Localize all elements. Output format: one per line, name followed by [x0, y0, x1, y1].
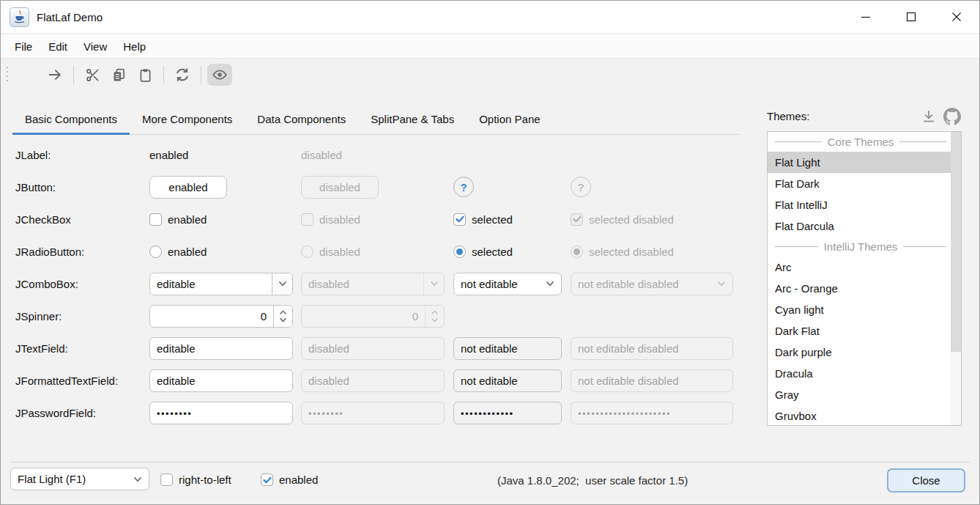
checkbox-disabled: disabled: [301, 213, 360, 226]
theme-item-dracula[interactable]: Dracula: [768, 363, 951, 384]
row-jcombobox: JComboBox: editable disabled not editabl…: [15, 268, 748, 300]
themes-list: Core Themes Flat Light Flat Dark Flat In…: [767, 131, 962, 426]
combobox-arrow-button[interactable]: [539, 273, 561, 295]
row-jradiobutton: JRadioButton: enabled disabled selected …: [15, 235, 748, 268]
java-version-info: (Java 1.8.0_202; user scale factor 1.5): [497, 474, 688, 487]
checkbox-label: disabled: [319, 213, 360, 226]
chevron-down-icon: [133, 476, 142, 482]
chevron-down-icon: [431, 317, 439, 322]
theme-item-flat-intellij[interactable]: Flat IntelliJ: [768, 194, 951, 215]
menu-edit[interactable]: Edit: [40, 37, 75, 56]
spinner-value[interactable]: 0: [150, 306, 273, 327]
copy-button[interactable]: [106, 64, 131, 86]
enabled-checkbox[interactable]: enabled: [261, 473, 318, 486]
checkbox-box[interactable]: [160, 473, 173, 486]
theme-item-cyan-light[interactable]: Cyan light: [768, 299, 951, 320]
row-jlabel: JLabel: enabled disabled: [15, 139, 748, 171]
chevron-down-icon: [546, 281, 554, 287]
laf-combobox-value[interactable]: Flat Light (F1): [11, 468, 127, 490]
theme-item-dark-flat[interactable]: Dark Flat: [768, 320, 951, 342]
basic-components-panel: JLabel: enabled disabled JButton: enable…: [15, 139, 748, 429]
combobox-disabled: disabled: [301, 273, 445, 295]
minimize-button[interactable]: [843, 1, 888, 33]
jformattedtextfield-label: JFormattedTextField:: [15, 364, 118, 397]
radio-label: selected disabled: [589, 246, 674, 258]
combobox-not-editable-disabled: not editable disabled: [571, 273, 733, 295]
tab-option-pane[interactable]: Option Pane: [467, 104, 552, 134]
checkbox-label: selected disabled: [589, 213, 674, 226]
jcombobox-label: JComboBox:: [15, 268, 78, 300]
close-window-button[interactable]: [934, 1, 979, 33]
tab-basic-components[interactable]: Basic Components: [12, 104, 130, 134]
forward-button[interactable]: [42, 64, 67, 86]
label-enabled: enabled: [149, 139, 188, 171]
toolbar-separator: [163, 66, 164, 84]
themes-scrollbar[interactable]: [951, 132, 961, 425]
theme-item-flat-dark[interactable]: Flat Dark: [768, 173, 951, 194]
checkbox-box-checked[interactable]: [453, 213, 466, 226]
checkbox-enabled[interactable]: enabled: [149, 213, 207, 226]
menu-view[interactable]: View: [75, 37, 115, 56]
eye-icon: [212, 67, 228, 83]
separator-line: [775, 246, 818, 247]
menu-help[interactable]: Help: [115, 37, 154, 56]
theme-item-gruvbox[interactable]: Gruvbox: [768, 405, 951, 426]
spinner-enabled[interactable]: 0: [149, 305, 293, 328]
download-icon: [921, 108, 937, 125]
github-button[interactable]: [943, 107, 962, 126]
radio-disabled: disabled: [301, 246, 360, 258]
refresh-button[interactable]: [170, 64, 195, 86]
theme-item-dark-purple[interactable]: Dark purple: [768, 342, 951, 363]
radio-label: disabled: [319, 246, 360, 258]
help-button[interactable]: ?: [453, 177, 474, 197]
toolbar-grip[interactable]: [6, 65, 9, 84]
spinner-buttons: [425, 306, 444, 327]
spinner-buttons[interactable]: [273, 306, 292, 327]
chevron-down-icon: [279, 317, 287, 322]
checkbox-box[interactable]: [149, 213, 162, 226]
paste-button[interactable]: [133, 64, 157, 86]
radio-enabled[interactable]: enabled: [149, 246, 207, 258]
theme-item-arc[interactable]: Arc: [768, 257, 951, 278]
radio-circle-selected[interactable]: [453, 246, 466, 258]
textfield-editable[interactable]: editable: [149, 337, 293, 360]
theme-item-gray[interactable]: Gray: [768, 384, 951, 405]
theme-item-flat-darcula[interactable]: Flat Darcula: [768, 215, 951, 237]
scrollbar-thumb[interactable]: [951, 132, 961, 352]
menu-file[interactable]: File: [7, 37, 40, 56]
radio-circle[interactable]: [149, 246, 162, 258]
combobox-not-editable[interactable]: not editable: [453, 273, 562, 295]
passwordfield-disabled: ••••••••: [301, 402, 445, 424]
themes-group-label: Core Themes: [828, 136, 894, 148]
checkbox-selected[interactable]: selected: [453, 213, 513, 226]
theme-item-arc-orange[interactable]: Arc - Orange: [768, 278, 951, 299]
combobox-editable[interactable]: editable: [149, 273, 293, 295]
tab-splitpane-tabs[interactable]: SplitPane & Tabs: [358, 104, 467, 134]
laf-combobox[interactable]: Flat Light (F1): [10, 468, 149, 490]
back-button[interactable]: [16, 64, 41, 86]
download-themes-button[interactable]: [919, 107, 938, 126]
window-controls: [843, 1, 979, 33]
right-to-left-checkbox[interactable]: right-to-left: [160, 473, 231, 486]
themes-group-separator: Core Themes: [768, 132, 951, 152]
formatted-textfield-editable[interactable]: editable: [149, 369, 293, 392]
enabled-button[interactable]: enabled: [149, 176, 227, 199]
themes-group-separator: IntelliJ Themes: [768, 237, 951, 257]
tabbed-pane: Basic Components More Components Data Co…: [12, 104, 740, 135]
checkbox-box-checked[interactable]: [261, 473, 273, 486]
tab-more-components[interactable]: More Components: [130, 104, 245, 134]
close-button[interactable]: Close: [887, 468, 965, 493]
combobox-value[interactable]: editable: [150, 273, 272, 295]
theme-item-flat-light[interactable]: Flat Light: [768, 152, 951, 173]
combobox-arrow-button[interactable]: [127, 468, 149, 490]
passwordfield-editable[interactable]: ••••••••: [149, 402, 293, 424]
combobox-arrow-button[interactable]: [272, 273, 292, 295]
radio-selected[interactable]: selected: [453, 246, 513, 258]
combobox-value[interactable]: not editable: [454, 273, 539, 295]
toolbar-separator: [201, 66, 201, 84]
show-hidden-toggle-button[interactable]: [207, 64, 232, 86]
maximize-button[interactable]: [888, 1, 934, 33]
checkbox-selected-disabled: selected disabled: [571, 213, 674, 226]
cut-button[interactable]: [80, 64, 105, 86]
tab-data-components[interactable]: Data Components: [245, 104, 358, 134]
